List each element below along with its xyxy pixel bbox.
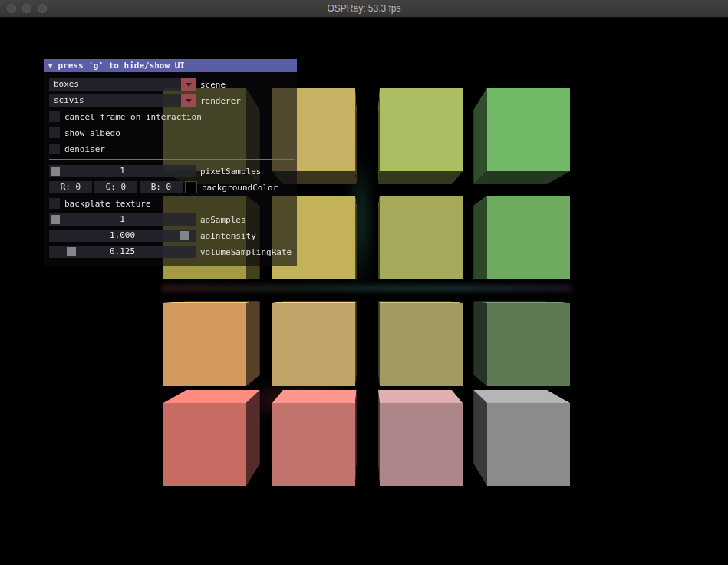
renderer-combo-value: scivis xyxy=(49,94,181,107)
cube-1-3 xyxy=(379,100,457,178)
cube-face-front xyxy=(163,403,246,486)
aosamples-value: 1 xyxy=(49,213,196,226)
scene-combo[interactable]: boxes xyxy=(49,78,196,91)
aosamples-label: aoSamples xyxy=(200,215,246,225)
backgroundcolor-label: backgroundColor xyxy=(202,183,278,193)
pixelsamples-slider[interactable]: 1 xyxy=(49,165,196,177)
imgui-panel: ▼ press 'g' to hide/show UI boxes scene … xyxy=(44,59,297,266)
window-title: OSPRay: 53.3 fps xyxy=(0,0,728,17)
volumesamplingrate-slider[interactable]: 0.125 xyxy=(49,246,196,258)
cancel-frame-checkbox[interactable] xyxy=(49,111,60,122)
cube-face-front xyxy=(380,303,463,386)
cube-face-front xyxy=(163,303,246,386)
cube-face-top xyxy=(473,390,570,403)
cube-3-1 xyxy=(176,302,254,381)
backplate-row: backplate texture xyxy=(49,197,297,210)
cube-3-4 xyxy=(480,302,558,381)
cube-face-left xyxy=(473,302,487,386)
cube-face-bottom xyxy=(163,279,260,279)
cube-face-front xyxy=(487,196,570,279)
panel-body: boxes scene scivis renderer cancel frame… xyxy=(44,72,297,266)
show-albedo-row: show albedo xyxy=(49,127,297,139)
bg-red-drag[interactable]: R: 0 xyxy=(49,181,92,193)
backgroundcolor-row: R: 0 G: 0 B: 0 backgroundColor xyxy=(49,181,297,193)
cube-face-right xyxy=(355,390,357,486)
cube-2-4 xyxy=(480,201,558,279)
cube-face-front xyxy=(380,196,463,279)
chevron-down-icon xyxy=(186,83,192,87)
cube-4-4 xyxy=(480,396,558,474)
cube-face-bottom xyxy=(473,279,570,279)
aointensity-value: 1.000 xyxy=(49,230,196,242)
scene-row: boxes scene xyxy=(49,78,297,91)
show-albedo-label: show albedo xyxy=(64,128,120,138)
cube-face-front xyxy=(380,88,463,171)
renderer-combo-arrow-button[interactable] xyxy=(181,94,196,107)
cube-face-top xyxy=(378,390,463,403)
renderer-label: renderer xyxy=(200,96,241,106)
cube-3-3 xyxy=(379,302,457,381)
cube-face-right xyxy=(355,88,357,184)
pixelsamples-label: pixelSamples xyxy=(200,167,261,177)
app-window: OSPRay: 53.3 fps ▼ press 'g' to hide/sho… xyxy=(0,0,728,565)
bg-color-swatch[interactable] xyxy=(185,181,197,193)
cube-face-left xyxy=(473,88,487,184)
cube-4-2 xyxy=(278,396,356,474)
chevron-down-icon xyxy=(186,99,192,103)
backplate-checkbox[interactable] xyxy=(49,198,60,209)
cube-1-4 xyxy=(480,100,558,178)
cube-face-front xyxy=(272,303,355,386)
cube-face-top xyxy=(163,390,260,403)
aointensity-slider[interactable]: 1.000 xyxy=(49,230,196,242)
scene-combo-value: boxes xyxy=(49,78,181,91)
cube-face-front xyxy=(487,88,570,171)
denoiser-label: denoiser xyxy=(64,144,105,154)
denoiser-checkbox[interactable] xyxy=(49,144,60,154)
cube-face-front xyxy=(272,403,355,486)
volumesamplingrate-label: volumeSamplingRate xyxy=(200,247,292,257)
volumesamplingrate-value: 0.125 xyxy=(49,246,196,258)
bg-blue-drag[interactable]: B: 0 xyxy=(140,181,183,193)
cube-face-left xyxy=(473,390,487,486)
scene-combo-arrow-button[interactable] xyxy=(181,78,196,91)
bg-green-drag[interactable]: G: 0 xyxy=(94,181,137,193)
window-titlebar[interactable]: OSPRay: 53.3 fps xyxy=(0,0,728,18)
cube-3-2 xyxy=(278,302,356,381)
cube-face-front xyxy=(487,303,570,386)
panel-header[interactable]: ▼ press 'g' to hide/show UI xyxy=(44,59,297,72)
cancel-frame-label: cancel frame on interaction xyxy=(64,112,202,122)
pixelsamples-value: 1 xyxy=(49,165,196,177)
volumesamplingrate-row: 0.125 volumeSamplingRate xyxy=(49,246,297,258)
aointensity-label: aoIntensity xyxy=(200,231,256,241)
collapse-triangle-icon[interactable]: ▼ xyxy=(48,62,52,70)
cube-face-bottom xyxy=(473,171,570,184)
renderer-row: scivis renderer xyxy=(49,94,297,107)
cube-face-bottom xyxy=(378,279,463,279)
cube-face-right xyxy=(355,196,357,279)
cube-face-right xyxy=(355,302,357,386)
cube-face-top xyxy=(272,390,357,403)
cube-face-bottom xyxy=(272,279,357,279)
aosamples-row: 1 aoSamples xyxy=(49,213,297,226)
separator xyxy=(49,159,295,160)
cube-face-front xyxy=(487,403,570,486)
aosamples-slider[interactable]: 1 xyxy=(49,213,196,226)
renderer-combo[interactable]: scivis xyxy=(49,94,196,107)
cube-4-3 xyxy=(379,396,457,474)
denoiser-row: denoiser xyxy=(49,143,297,155)
show-albedo-checkbox[interactable] xyxy=(49,127,60,138)
cube-face-front xyxy=(380,403,463,486)
cube-face-right xyxy=(246,390,260,486)
pixelsamples-row: 1 pixelSamples xyxy=(49,165,297,177)
cube-face-bottom xyxy=(378,171,463,184)
cube-face-right xyxy=(246,302,260,386)
cube-face-left xyxy=(473,196,487,279)
panel-title: press 'g' to hide/show UI xyxy=(58,61,185,71)
aointensity-row: 1.000 aoIntensity xyxy=(49,230,297,242)
cube-2-3 xyxy=(379,201,457,279)
scene-label: scene xyxy=(200,80,226,90)
backplate-label: backplate texture xyxy=(64,199,151,209)
cancel-frame-row: cancel frame on interaction xyxy=(49,111,297,123)
cube-4-1 xyxy=(176,396,254,474)
